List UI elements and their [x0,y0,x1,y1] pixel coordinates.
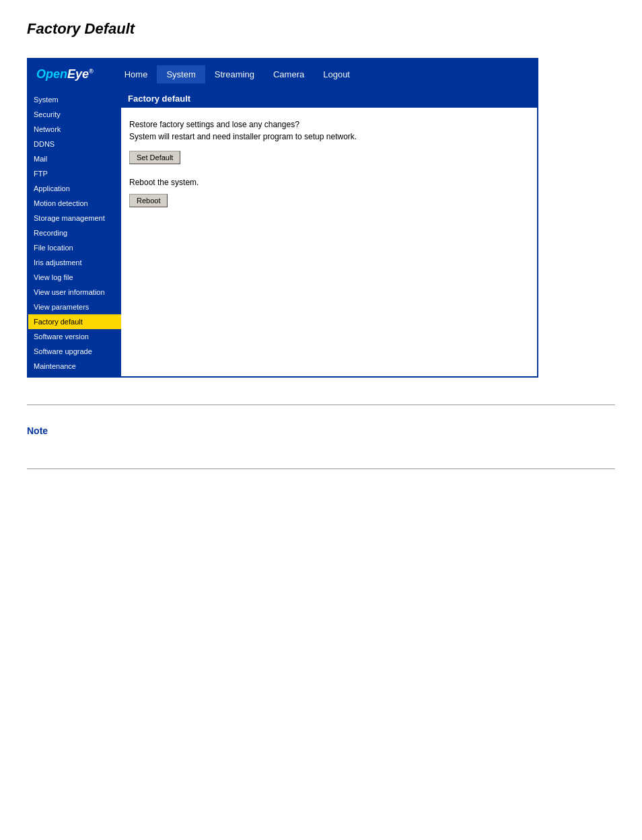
sidebar-item-storage-management[interactable]: Storage management [28,211,121,225]
sidebar-item-ddns[interactable]: DDNS [28,137,121,151]
sidebar-item-mail[interactable]: Mail [28,151,121,166]
main-area: System Security Network DDNS Mail FTP Ap… [28,90,537,376]
nav-links: Home System Streaming Camera Logout [115,65,359,83]
logo: OpenEye® [36,65,102,84]
logo-text: OpenEye® [36,67,94,81]
sidebar-item-recording[interactable]: Recording [28,225,121,240]
sidebar-item-system[interactable]: System [28,92,121,107]
nav-home[interactable]: Home [115,65,157,83]
nav-logout[interactable]: Logout [314,65,359,83]
sidebar-item-motion-detection[interactable]: Motion detection [28,196,121,211]
page-title: Factory Default [27,20,615,38]
content-body: Restore factory settings and lose any ch… [121,108,537,232]
sidebar-item-ftp[interactable]: FTP [28,166,121,181]
note-section: Note [27,419,615,455]
sidebar: System Security Network DDNS Mail FTP Ap… [28,90,121,376]
nav-streaming[interactable]: Streaming [205,65,264,83]
camera-ui: OpenEye® Home System Streaming Camera Lo… [27,58,538,378]
page-container: Factory Default OpenEye® Home System Str… [0,0,642,503]
divider-top [27,405,615,405]
restore-line2: System will restart and need installer p… [129,132,357,141]
sidebar-item-file-location[interactable]: File location [28,240,121,255]
nav-bar: OpenEye® Home System Streaming Camera Lo… [28,59,537,90]
restore-line1: Restore factory settings and lose any ch… [129,120,299,129]
sidebar-item-application[interactable]: Application [28,181,121,196]
reboot-button[interactable]: Reboot [129,194,168,207]
sidebar-item-software-upgrade[interactable]: Software upgrade [28,344,121,359]
divider-bottom [27,468,615,469]
sidebar-item-software-version[interactable]: Software version [28,329,121,344]
reboot-description: Reboot the system. [129,178,529,187]
note-label: Note [27,425,615,436]
sidebar-item-view-log-file[interactable]: View log file [28,270,121,285]
sidebar-item-view-user-information[interactable]: View user information [28,285,121,300]
restore-description: Restore factory settings and lose any ch… [129,118,529,143]
sidebar-item-iris-adjustment[interactable]: Iris adjustment [28,255,121,270]
nav-camera[interactable]: Camera [264,65,314,83]
sidebar-item-security[interactable]: Security [28,107,121,122]
sidebar-item-network[interactable]: Network [28,122,121,137]
content-header: Factory default [121,90,537,108]
sidebar-item-factory-default[interactable]: Factory default [28,314,121,329]
sidebar-item-view-parameters[interactable]: View parameters [28,300,121,314]
content-area: Factory default Restore factory settings… [121,90,537,376]
sidebar-item-maintenance[interactable]: Maintenance [28,359,121,374]
nav-system[interactable]: System [157,65,205,83]
set-default-button[interactable]: Set Default [129,151,180,164]
